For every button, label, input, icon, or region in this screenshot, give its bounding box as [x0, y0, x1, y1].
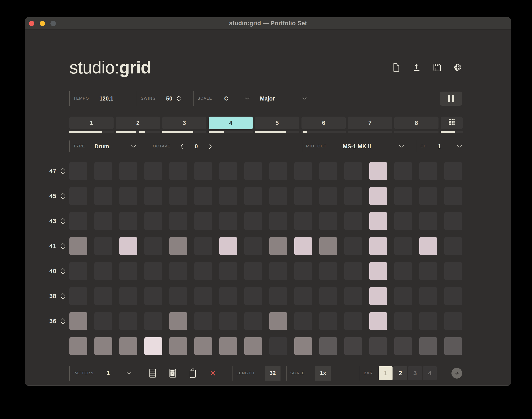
step-cell-r6-c9[interactable] — [269, 287, 287, 305]
step-cell-r4-c2[interactable] — [94, 237, 112, 255]
step-cell-r5-c9[interactable] — [269, 262, 287, 280]
bar-button-4[interactable]: 4 — [423, 366, 437, 380]
step-cell-r1-c1[interactable] — [69, 162, 87, 180]
step-cell-r8-c3[interactable] — [119, 337, 137, 355]
step-cell-r8-c14[interactable] — [394, 337, 412, 355]
step-cell-r3-c16[interactable] — [444, 212, 462, 230]
step-cell-r2-c10[interactable] — [294, 187, 312, 205]
step-cell-r7-c7[interactable] — [219, 312, 237, 330]
step-cell-r4-c13[interactable] — [369, 237, 387, 255]
grid-view-tab[interactable] — [441, 117, 463, 129]
step-cell-r3-c3[interactable] — [119, 212, 137, 230]
scale-root-value[interactable]: C — [224, 95, 228, 102]
step-cell-r5-c15[interactable] — [419, 262, 437, 280]
step-cell-r2-c16[interactable] — [444, 187, 462, 205]
step-cell-r6-c12[interactable] — [344, 287, 362, 305]
step-cell-r7-c3[interactable] — [119, 312, 137, 330]
step-cell-r7-c9[interactable] — [269, 312, 287, 330]
new-file-icon[interactable] — [392, 63, 401, 72]
step-cell-r8-c6[interactable] — [194, 337, 212, 355]
row-note-stepper-icon[interactable] — [60, 167, 66, 175]
dense-grid-icon[interactable] — [168, 368, 178, 378]
step-cell-r7-c15[interactable] — [419, 312, 437, 330]
step-cell-r7-c13[interactable] — [369, 312, 387, 330]
step-cell-r4-c9[interactable] — [269, 237, 287, 255]
step-cell-r6-c3[interactable] — [119, 287, 137, 305]
step-cell-r2-c4[interactable] — [144, 187, 162, 205]
step-cell-r7-c5[interactable] — [169, 312, 187, 330]
step-cell-r8-c4[interactable] — [144, 337, 162, 355]
step-cell-r4-c5[interactable] — [169, 237, 187, 255]
step-cell-r2-c3[interactable] — [119, 187, 137, 205]
midi-out-chevron-down-icon[interactable] — [399, 145, 404, 148]
step-cell-r2-c2[interactable] — [94, 187, 112, 205]
step-cell-r1-c9[interactable] — [269, 162, 287, 180]
channel-chevron-down-icon[interactable] — [457, 145, 462, 148]
tempo-value[interactable]: 120,1 — [99, 95, 113, 102]
step-cell-r4-c11[interactable] — [319, 237, 337, 255]
step-cell-r8-c1[interactable] — [69, 337, 87, 355]
row-note-stepper-icon[interactable] — [60, 242, 66, 250]
step-cell-r4-c8[interactable] — [244, 237, 262, 255]
step-cell-r6-c4[interactable] — [144, 287, 162, 305]
step-cell-r3-c4[interactable] — [144, 212, 162, 230]
step-cell-r2-c15[interactable] — [419, 187, 437, 205]
pattern-tab-2[interactable]: 2 — [116, 117, 160, 129]
step-cell-r8-c12[interactable] — [344, 337, 362, 355]
step-cell-r6-c16[interactable] — [444, 287, 462, 305]
time-scale-value[interactable]: 1x — [315, 366, 331, 380]
bar-button-2[interactable]: 2 — [393, 366, 407, 380]
step-cell-r2-c13[interactable] — [369, 187, 387, 205]
step-cell-r5-c13[interactable] — [369, 262, 387, 280]
step-cell-r6-c7[interactable] — [219, 287, 237, 305]
step-cell-r7-c2[interactable] — [94, 312, 112, 330]
step-cell-r8-c2[interactable] — [94, 337, 112, 355]
pattern-tab-6[interactable]: 6 — [301, 117, 346, 129]
step-cell-r7-c4[interactable] — [144, 312, 162, 330]
save-icon[interactable] — [433, 63, 442, 72]
step-cell-r2-c12[interactable] — [344, 187, 362, 205]
step-cell-r3-c14[interactable] — [394, 212, 412, 230]
step-cell-r8-c8[interactable] — [244, 337, 262, 355]
step-cell-r4-c14[interactable] — [394, 237, 412, 255]
step-cell-r5-c10[interactable] — [294, 262, 312, 280]
step-cell-r4-c4[interactable] — [144, 237, 162, 255]
step-cell-r5-c7[interactable] — [219, 262, 237, 280]
step-cell-r1-c15[interactable] — [419, 162, 437, 180]
step-cell-r4-c6[interactable] — [194, 237, 212, 255]
step-cell-r3-c5[interactable] — [169, 212, 187, 230]
pattern-tab-8[interactable]: 8 — [394, 117, 438, 129]
step-cell-r1-c16[interactable] — [444, 162, 462, 180]
step-cell-r5-c12[interactable] — [344, 262, 362, 280]
step-cell-r6-c6[interactable] — [194, 287, 212, 305]
step-cell-r5-c16[interactable] — [444, 262, 462, 280]
step-cell-r5-c6[interactable] — [194, 262, 212, 280]
step-cell-r4-c1[interactable] — [69, 237, 87, 255]
step-cell-r3-c12[interactable] — [344, 212, 362, 230]
step-cell-r7-c8[interactable] — [244, 312, 262, 330]
pattern-tab-7[interactable]: 7 — [348, 117, 392, 129]
step-cell-r6-c5[interactable] — [169, 287, 187, 305]
channel-value[interactable]: 1 — [438, 143, 441, 150]
step-cell-r7-c11[interactable] — [319, 312, 337, 330]
step-cell-r8-c15[interactable] — [419, 337, 437, 355]
minimize-window-button[interactable] — [40, 21, 45, 26]
step-cell-r6-c13[interactable] — [369, 287, 387, 305]
step-cell-r2-c9[interactable] — [269, 187, 287, 205]
row-note-stepper-icon[interactable] — [60, 192, 66, 200]
step-cell-r5-c1[interactable] — [69, 262, 87, 280]
step-cell-r2-c5[interactable] — [169, 187, 187, 205]
next-bar-button[interactable] — [451, 368, 462, 379]
step-cell-r4-c10[interactable] — [294, 237, 312, 255]
bar-button-3[interactable]: 3 — [408, 366, 422, 380]
step-cell-r6-c14[interactable] — [394, 287, 412, 305]
step-cell-r4-c7[interactable] — [219, 237, 237, 255]
step-cell-r1-c12[interactable] — [344, 162, 362, 180]
step-cell-r3-c10[interactable] — [294, 212, 312, 230]
step-cell-r1-c5[interactable] — [169, 162, 187, 180]
step-cell-r3-c6[interactable] — [194, 212, 212, 230]
step-cell-r5-c5[interactable] — [169, 262, 187, 280]
delete-x-icon[interactable] — [208, 368, 218, 378]
step-cell-r8-c11[interactable] — [319, 337, 337, 355]
step-cell-r8-c10[interactable] — [294, 337, 312, 355]
